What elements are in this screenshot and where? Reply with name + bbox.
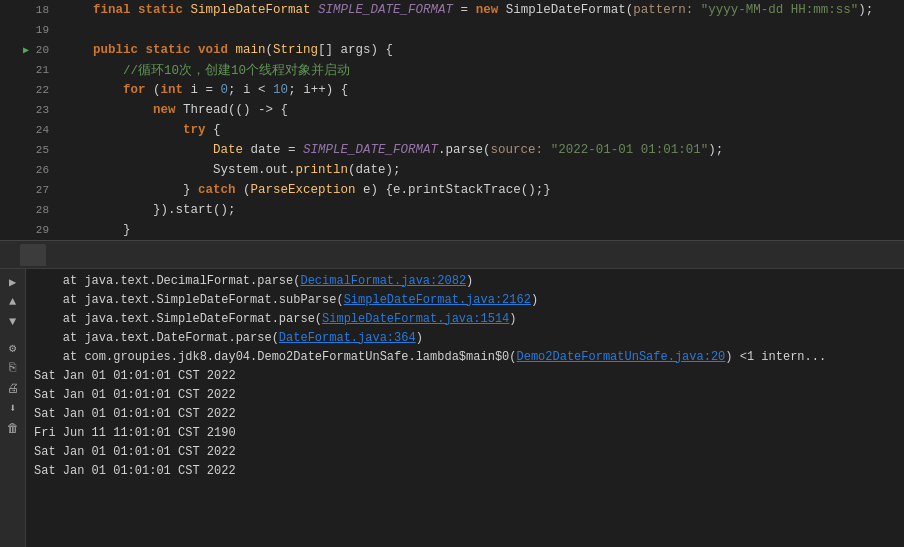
line-gutter: 29 [0,220,55,240]
code-token: 10 [273,83,288,97]
code-token: System [213,163,258,177]
run-tab[interactable] [20,244,46,266]
scroll-up-button[interactable]: ▲ [4,293,22,311]
code-token: } [63,223,131,237]
code-token: SimpleDateFormat [191,3,319,17]
code-line: 19 [0,20,904,40]
line-content: public static void main(String[] args) { [55,40,904,60]
code-token [63,43,93,57]
settings-button[interactable]: ⚙ [4,339,22,357]
code-token: "2022-01-01 01:01:01" [551,143,709,157]
code-token: catch [198,183,236,197]
code-token: .out. [258,163,296,177]
code-token: date = [243,143,303,157]
line-content: } [55,220,904,240]
code-line: ▶20 public static void main(String[] arg… [0,40,904,60]
code-line: 21 //循环10次，创建10个线程对象并启动 [0,60,904,80]
line-content: for (int i = 0; i < 10; i++) { [55,80,904,100]
code-token: [] args) { [318,43,393,57]
line-gutter: 26 [0,160,55,180]
code-token: ( [266,43,274,57]
code-token: ; i < [228,83,273,97]
run-output: at java.text.DecimalFormat.parse(Decimal… [26,269,904,547]
output-text: Sat Jan 01 01:01:01 CST 2022 [34,407,236,421]
line-content: new Thread(() -> { [55,100,904,120]
line-number: 22 [33,84,49,96]
code-token [63,143,213,157]
code-line: 25 Date date = SIMPLE_DATE_FORMAT.parse(… [0,140,904,160]
run-panel: ▶ ▲ ▼ ⚙ ⎘ 🖨 ⬇ 🗑 at java.text.DecimalForm… [0,241,904,547]
code-token: Date [213,143,243,157]
code-token: ); [858,3,873,17]
line-gutter: 22 [0,80,55,100]
code-line: 22 for (int i = 0; i < 10; i++) { [0,80,904,100]
print-button[interactable]: 🖨 [4,379,22,397]
line-gutter: 28 [0,200,55,220]
line-number: 18 [33,4,49,16]
line-number: 21 [33,64,49,76]
output-suffix: ) [466,274,473,288]
code-token: ( [236,183,251,197]
line-content: }).start(); [55,200,904,220]
code-token: new [153,103,183,117]
line-number: 27 [33,184,49,196]
run-line-icon[interactable]: ▶ [23,44,29,56]
code-token: new [476,3,506,17]
clear-button[interactable]: 🗑 [4,419,22,437]
output-text: Fri Jun 11 11:01:01 CST 2190 [34,426,236,440]
output-text: Sat Jan 01 01:01:01 CST 2022 [34,464,236,478]
output-text: Sat Jan 01 01:01:01 CST 2022 [34,388,236,402]
code-token: = [453,3,476,17]
code-token: i = [183,83,221,97]
code-line: 26 System.out.println(date); [0,160,904,180]
code-token: { [206,123,221,137]
output-line: at java.text.SimpleDateFormat.subParse(S… [34,290,896,309]
output-line: Sat Jan 01 01:01:01 CST 2022 [34,385,896,404]
code-token [63,123,183,137]
stack-trace-link[interactable]: DateFormat.java:364 [279,331,416,345]
line-number: 20 [33,44,49,56]
code-token: ); [708,143,723,157]
code-line: 23 new Thread(() -> { [0,100,904,120]
output-suffix: ) [509,312,516,326]
output-suffix: ) [416,331,423,345]
line-number: 23 [33,104,49,116]
code-token: SIMPLE_DATE_FORMAT [303,143,438,157]
save-button[interactable]: ⬇ [4,399,22,417]
output-suffix: ) <1 intern... [725,350,826,364]
line-number: 28 [33,204,49,216]
output-line: Sat Jan 01 01:01:01 CST 2022 [34,461,896,480]
stack-trace-link[interactable]: SimpleDateFormat.java:1514 [322,312,509,326]
scroll-down-button[interactable]: ▼ [4,313,22,331]
code-token: (date); [348,163,401,177]
code-token: //循环10次，创建10个线程对象并启动 [63,62,350,79]
output-text: Sat Jan 01 01:01:01 CST 2022 [34,445,236,459]
line-number: 29 [33,224,49,236]
code-token: String [273,43,318,57]
code-token: }).start(); [153,203,236,217]
code-line: 27 } catch (ParseException e) {e.printSt… [0,180,904,200]
line-content [55,20,904,40]
stack-trace-link[interactable]: DecimalFormat.java:2082 [300,274,466,288]
stack-trace-link[interactable]: Demo2DateFormatUnSafe.java:20 [516,350,725,364]
line-gutter: 21 [0,60,55,80]
code-token: e) {e.printStackTrace();} [356,183,551,197]
code-token [63,183,183,197]
output-text: at java.text.DecimalFormat.parse( [34,274,300,288]
code-token: main [236,43,266,57]
code-token [63,3,93,17]
code-line: 28 }).start(); [0,200,904,220]
output-line: Fri Jun 11 11:01:01 CST 2190 [34,423,896,442]
output-suffix: ) [531,293,538,307]
line-content: //循环10次，创建10个线程对象并启动 [55,60,904,80]
code-line: 24 try { [0,120,904,140]
line-gutter: 23 [0,100,55,120]
line-content: } catch (ParseException e) {e.printStack… [55,180,904,200]
code-token: final static [93,3,191,17]
editor-area: 18 final static SimpleDateFormat SIMPLE_… [0,0,904,240]
output-text: at com.groupies.jdk8.day04.Demo2DateForm… [34,350,516,364]
stack-trace-link[interactable]: SimpleDateFormat.java:2162 [344,293,531,307]
copy-button[interactable]: ⎘ [4,359,22,377]
run-button[interactable]: ▶ [4,273,22,291]
line-content: System.out.println(date); [55,160,904,180]
